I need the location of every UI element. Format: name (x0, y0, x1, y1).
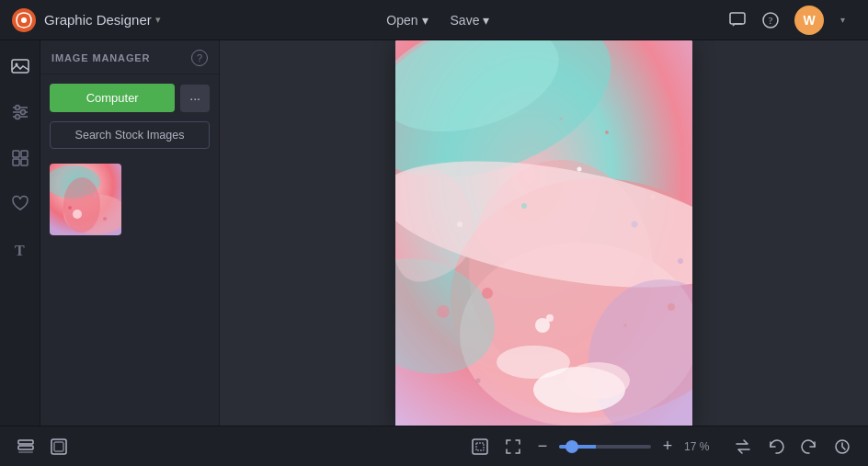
svg-point-46 (651, 194, 656, 199)
svg-rect-5 (12, 60, 29, 73)
chat-button[interactable] (723, 6, 752, 35)
chat-icon (729, 12, 746, 28)
computer-button[interactable]: Computer (50, 84, 175, 112)
save-label: Save (451, 13, 480, 28)
svg-rect-13 (13, 151, 19, 157)
canvas-document[interactable] (395, 40, 692, 426)
search-stock-button[interactable]: Search Stock Images (50, 121, 210, 149)
svg-point-50 (623, 324, 627, 327)
app-title-text: Graphic Designer (44, 12, 152, 28)
sidebar-icon-text[interactable]: T (6, 235, 35, 265)
svg-point-49 (560, 117, 563, 119)
thumbnail-image (50, 164, 121, 235)
svg-point-10 (15, 106, 19, 110)
panel-image-thumbnail[interactable] (50, 164, 121, 235)
canvas-content (395, 40, 692, 426)
zoom-controls: − + 17 % (531, 436, 717, 458)
svg-rect-15 (13, 159, 19, 165)
zoom-minus-icon: − (538, 437, 548, 456)
undo-button[interactable] (761, 432, 791, 461)
text-icon: T (11, 241, 29, 259)
svg-point-11 (20, 110, 25, 115)
history-button[interactable] (828, 432, 857, 461)
heart-icon (11, 195, 29, 213)
swap-icon (735, 438, 751, 455)
sidebar-icon-adjustments[interactable] (6, 97, 35, 127)
app-title: Graphic Designer ▾ (44, 12, 161, 28)
svg-point-24 (95, 195, 97, 198)
canvas-area (220, 40, 868, 426)
svg-point-22 (73, 210, 82, 219)
open-button[interactable]: Open ▾ (375, 7, 439, 33)
avatar-chevron-button[interactable]: ▾ (828, 6, 857, 35)
svg-rect-57 (51, 439, 66, 454)
bottom-right-buttons (728, 432, 857, 461)
fit-icon (51, 438, 67, 455)
svg-rect-59 (473, 439, 487, 454)
svg-point-41 (521, 203, 527, 209)
zoom-plus-icon: + (663, 437, 673, 456)
svg-text:?: ? (769, 16, 773, 26)
image-manager-panel: IMAGE MANAGER ? Computer ··· Search Stoc… (40, 40, 220, 426)
sidebar-icon-image[interactable] (6, 51, 35, 81)
zoom-in-button[interactable]: + (657, 436, 679, 458)
history-icon (834, 438, 851, 455)
zoom-out-button[interactable]: − (531, 436, 554, 458)
save-button[interactable]: Save ▾ (440, 7, 501, 33)
svg-point-48 (605, 131, 609, 134)
bottom-toolbar: − + 17 % (0, 426, 868, 466)
open-chevron: ▾ (422, 13, 428, 28)
panel-help-button[interactable]: ? (191, 50, 208, 66)
app-logo (11, 7, 37, 33)
svg-rect-2 (730, 13, 745, 24)
layers-icon (17, 438, 34, 455)
svg-point-47 (678, 258, 683, 264)
svg-rect-58 (54, 442, 63, 451)
fit-button[interactable] (44, 432, 74, 461)
svg-rect-16 (21, 159, 28, 165)
image-icon (11, 57, 29, 75)
redo-icon (801, 438, 817, 455)
adjustments-icon (11, 103, 29, 121)
help-button[interactable]: ? (756, 6, 785, 35)
zoom-percentage: 17 % (684, 440, 717, 453)
svg-point-39 (482, 288, 493, 299)
zoom-slider[interactable] (559, 445, 651, 449)
svg-point-40 (437, 305, 450, 318)
expand-button[interactable] (498, 432, 528, 461)
svg-point-23 (68, 206, 72, 210)
svg-point-38 (546, 314, 554, 322)
expand-icon (505, 438, 521, 455)
panel-buttons: Computer ··· (40, 74, 219, 119)
help-icon: ? (762, 12, 779, 28)
sidebar-icon-grid[interactable] (6, 143, 35, 173)
panel-header: IMAGE MANAGER ? (40, 40, 219, 74)
swap-button[interactable] (728, 432, 758, 461)
grid-icon (11, 149, 29, 167)
svg-point-25 (103, 217, 107, 221)
topbar: Graphic Designer ▾ Open ▾ Save ▾ ? W ▾ (0, 0, 868, 40)
open-label: Open (386, 13, 417, 28)
layers-button[interactable] (11, 432, 40, 461)
app-title-chevron: ▾ (155, 14, 161, 26)
redo-button[interactable] (794, 432, 824, 461)
svg-point-42 (632, 221, 638, 227)
transform-button[interactable] (465, 432, 495, 461)
sidebar-icon-heart[interactable] (6, 189, 35, 219)
svg-point-43 (668, 303, 675, 311)
svg-point-12 (15, 115, 19, 119)
svg-point-44 (577, 166, 582, 171)
svg-rect-55 (18, 446, 33, 449)
icon-sidebar: T (0, 40, 40, 426)
transform-icon (472, 438, 488, 455)
more-button[interactable]: ··· (180, 85, 210, 112)
svg-rect-14 (21, 151, 28, 157)
save-chevron: ▾ (483, 13, 489, 28)
svg-point-21 (63, 177, 100, 233)
panel-images (40, 158, 219, 426)
panel-title: IMAGE MANAGER (51, 52, 150, 63)
svg-point-1 (21, 17, 27, 23)
svg-point-35 (565, 362, 630, 399)
main-area: T IMAGE MANAGER ? Computer ··· Search St… (0, 40, 868, 426)
avatar[interactable]: W (794, 6, 824, 35)
